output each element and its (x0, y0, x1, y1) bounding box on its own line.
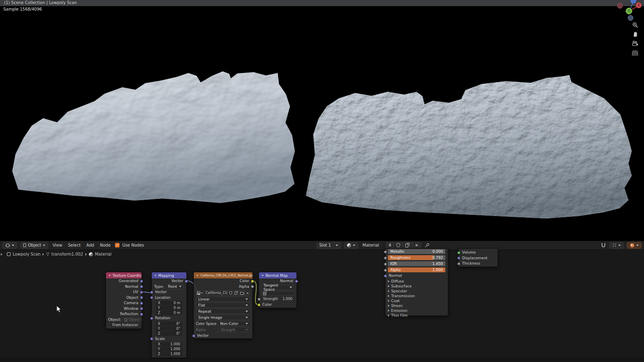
breadcrumb-expand-icon[interactable] (1, 253, 2, 256)
panel-specular[interactable]: Specular (385, 289, 448, 294)
source-dropdown[interactable]: Single Image (196, 315, 250, 320)
type-dropdown[interactable]: Point (166, 284, 184, 289)
shading-mode-dropdown[interactable]: Object (20, 242, 48, 249)
location-x[interactable]: X0 m (156, 301, 182, 305)
grid-ortho-icon[interactable] (631, 49, 639, 57)
socket-vector[interactable] (384, 274, 387, 278)
scale-x[interactable]: X1.000 (156, 342, 182, 347)
pin-icon[interactable] (425, 243, 430, 248)
collapse-icon[interactable] (262, 275, 264, 276)
breadcrumb-mesh[interactable]: transform1.002 (51, 252, 83, 256)
color-space-dropdown[interactable]: Non-Color (218, 321, 250, 326)
fake-user-shield-button[interactable] (394, 242, 403, 249)
location-y[interactable]: Y0 m (156, 306, 182, 310)
socket-vector[interactable] (192, 334, 195, 338)
panel-transmission[interactable]: Transmission (385, 294, 448, 298)
node-normal-map[interactable]: Normal Map Normal Tangent Space Strength… (259, 272, 297, 308)
rotation-y[interactable]: Y0° (156, 327, 182, 331)
socket-value[interactable] (457, 262, 460, 265)
viewport-3d[interactable]: (1) Scene Collection | Lowpoly Scan Samp… (0, 0, 644, 241)
object-picker-field[interactable]: Object (122, 318, 142, 322)
socket-shader[interactable] (457, 251, 460, 254)
node-texture-coordinate[interactable]: Texture Coordinate Generated Normal UV O… (106, 272, 142, 329)
socket-color[interactable] (251, 280, 254, 283)
socket-vector[interactable] (150, 296, 153, 299)
space-dropdown[interactable]: Tangent Space (261, 285, 294, 290)
navigation-gizmo[interactable]: X Y (615, 0, 643, 21)
socket-vector[interactable] (140, 302, 143, 305)
socket-vector[interactable] (140, 313, 143, 316)
node-mapping[interactable]: Mapping Vector Type: Point Vector Locati… (151, 272, 187, 358)
material-user-count-button[interactable]: 4 (386, 242, 394, 249)
socket-vector[interactable] (457, 256, 460, 260)
shading-preview-dropdown[interactable] (627, 242, 642, 249)
panel-thin-film[interactable]: Thin Film (385, 313, 448, 318)
extension-dropdown[interactable]: Repeat (196, 309, 250, 314)
projection-dropdown[interactable]: Flat (196, 302, 250, 308)
unlink-image-button[interactable]: × (245, 290, 250, 296)
socket-value[interactable] (384, 256, 387, 260)
strength-slider[interactable]: Strength1.000 (261, 297, 294, 301)
collapse-icon[interactable] (155, 275, 157, 276)
socket-vector[interactable] (150, 337, 153, 340)
from-instancer-checkbox[interactable] (108, 324, 111, 327)
camera-view-icon[interactable] (631, 40, 639, 47)
overlays-dropdown[interactable] (609, 242, 624, 249)
panel-subsurface[interactable]: Subsurface (385, 284, 448, 289)
material-browse-dropdown[interactable] (344, 242, 358, 249)
menu-add[interactable]: Add (85, 243, 95, 247)
new-material-copy-button[interactable] (403, 242, 412, 249)
menu-select[interactable]: Select (67, 243, 82, 247)
socket-value[interactable] (384, 269, 387, 272)
location-z[interactable]: Z0 m (156, 311, 182, 315)
collapse-icon[interactable] (197, 275, 199, 276)
zoom-icon[interactable] (631, 21, 639, 29)
interpolation-dropdown[interactable]: Linear (196, 296, 250, 302)
breadcrumb-object[interactable]: Lowpoly Scan (13, 252, 40, 256)
panel-emission[interactable]: Emission (385, 308, 448, 313)
editor-type-button[interactable] (2, 242, 17, 249)
alpha-mode-dropdown[interactable]: Straight (218, 327, 250, 332)
panel-sheen[interactable]: Sheen (385, 303, 448, 308)
rotation-x[interactable]: X0° (156, 322, 182, 326)
socket-vector[interactable] (150, 317, 153, 320)
panel-diffuse[interactable]: Diffuse (385, 279, 448, 284)
panel-coat[interactable]: Coat (385, 298, 448, 303)
pan-hand-icon[interactable] (631, 31, 639, 38)
fake-user-shield-button[interactable] (228, 290, 233, 296)
breadcrumb-material[interactable]: Material (95, 252, 112, 256)
material-name-field[interactable]: Material (361, 243, 383, 247)
snap-magnet-icon[interactable] (601, 243, 606, 248)
collapse-icon[interactable] (109, 275, 111, 276)
rotation-z[interactable]: Z0° (156, 331, 182, 336)
use-nodes-checkbox[interactable]: ✓ (115, 243, 120, 247)
socket-vector[interactable] (150, 291, 153, 294)
socket-vector[interactable] (140, 291, 143, 294)
socket-value[interactable] (384, 250, 387, 254)
node-image-texture[interactable]: California_Cliff_04_LOD2_Normal.jpg Colo… (193, 272, 253, 339)
copy-image-button[interactable] (233, 290, 239, 296)
node-material-output[interactable]: Volume Displacement Thickness (458, 248, 498, 267)
alpha-slider[interactable]: Alpha1.000 (388, 267, 445, 272)
image-name-field[interactable]: California_Cliff_0... (204, 290, 228, 296)
socket-value[interactable] (257, 298, 261, 301)
unlink-material-button[interactable]: × (412, 242, 421, 249)
socket-color[interactable] (257, 303, 261, 307)
socket-vector[interactable] (140, 280, 143, 283)
socket-vector[interactable] (295, 280, 298, 283)
shader-node-editor[interactable]: Object View Select Add Node ✓ Use Nodes … (0, 241, 644, 358)
scale-z[interactable]: Z1.000 (156, 352, 182, 356)
metallic-slider[interactable]: Metallic0.000 (388, 249, 445, 254)
uv-map-field[interactable] (261, 291, 294, 296)
open-image-button[interactable] (239, 290, 245, 296)
menu-node[interactable]: Node (99, 243, 112, 247)
roughness-slider[interactable]: Roughness0.792 (388, 255, 445, 260)
scale-y[interactable]: Y1.000 (156, 347, 182, 351)
socket-value[interactable] (384, 263, 387, 266)
node-principled-bsdf[interactable]: Metallic0.000 Roughness0.792 IOR1.450 Al… (385, 248, 448, 316)
ior-slider[interactable]: IOR1.450 (388, 261, 445, 266)
socket-vector[interactable] (185, 280, 188, 283)
image-browse-button[interactable] (196, 290, 204, 296)
menu-view[interactable]: View (51, 243, 64, 247)
material-slot-dropdown[interactable]: Slot 1 (316, 242, 341, 249)
